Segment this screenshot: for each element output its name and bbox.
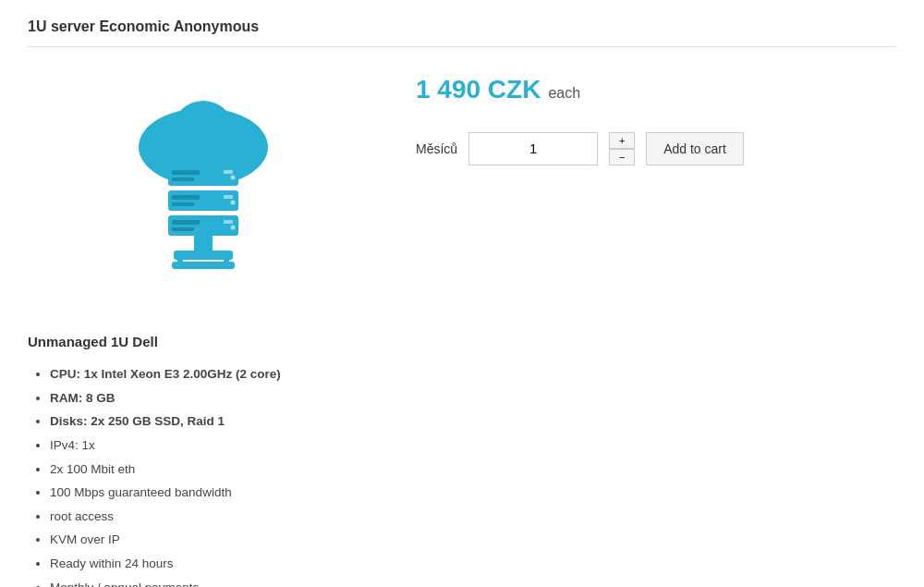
svg-rect-5 bbox=[172, 170, 200, 175]
svg-rect-23 bbox=[172, 262, 235, 269]
specs-section: Unmanaged 1U Dell CPU: 1x Intel Xeon E3 … bbox=[28, 334, 896, 587]
svg-rect-16 bbox=[172, 227, 194, 231]
page-container: 1U server Economic Anonymous bbox=[0, 0, 924, 587]
price-unit: each bbox=[548, 85, 580, 102]
spec-item: root access bbox=[50, 505, 896, 529]
product-order-area: 1 490 CZK each Měsíců + − Add to cart bbox=[416, 66, 896, 165]
spec-item: RAM: 8 GB bbox=[50, 386, 896, 410]
spec-item: CPU: 1x Intel Xeon E3 2.00GHz (2 core) bbox=[50, 362, 896, 386]
specs-list: CPU: 1x Intel Xeon E3 2.00GHz (2 core)RA… bbox=[28, 362, 896, 587]
svg-rect-10 bbox=[172, 195, 200, 200]
svg-point-3 bbox=[172, 101, 235, 164]
spec-item: 2x 100 Mbit eth bbox=[50, 458, 896, 482]
svg-point-8 bbox=[231, 176, 236, 180]
quantity-input[interactable] bbox=[468, 132, 598, 165]
spec-item: Ready within 24 hours bbox=[50, 552, 896, 576]
svg-rect-17 bbox=[224, 220, 233, 224]
svg-rect-19 bbox=[194, 236, 213, 252]
svg-rect-4 bbox=[168, 165, 238, 186]
spec-item: IPv4: 1x bbox=[50, 434, 896, 458]
spec-item: KVM over IP bbox=[50, 528, 896, 552]
quantity-increment-button[interactable]: + bbox=[609, 132, 635, 149]
svg-rect-14 bbox=[168, 215, 238, 236]
specs-title: Unmanaged 1U Dell bbox=[28, 334, 896, 349]
svg-rect-6 bbox=[172, 177, 194, 181]
svg-rect-9 bbox=[168, 190, 238, 211]
quantity-label: Měsíců bbox=[416, 141, 457, 156]
svg-rect-11 bbox=[172, 202, 194, 206]
quantity-decrement-button[interactable]: − bbox=[609, 149, 635, 165]
product-image-area bbox=[28, 66, 379, 306]
svg-point-18 bbox=[231, 226, 236, 230]
server-cloud-icon bbox=[102, 84, 305, 287]
page-title: 1U server Economic Anonymous bbox=[28, 18, 896, 47]
spec-item: Monthly / annual payments bbox=[50, 576, 896, 587]
product-price: 1 490 CZK bbox=[416, 75, 541, 104]
spec-item: 100 Mbps guaranteed bandwidth bbox=[50, 481, 896, 505]
spec-item: Disks: 2x 250 GB SSD, Raid 1 bbox=[50, 410, 896, 434]
product-layout: 1 490 CZK each Měsíců + − Add to cart bbox=[28, 66, 896, 306]
svg-point-13 bbox=[231, 201, 236, 205]
add-to-cart-button[interactable]: Add to cart bbox=[646, 132, 744, 165]
stepper-buttons: + − bbox=[609, 132, 635, 165]
svg-rect-7 bbox=[224, 170, 233, 174]
order-row: Měsíců + − Add to cart bbox=[416, 132, 896, 165]
svg-rect-12 bbox=[224, 195, 233, 199]
price-row: 1 490 CZK each bbox=[416, 75, 896, 104]
svg-rect-15 bbox=[172, 220, 200, 225]
